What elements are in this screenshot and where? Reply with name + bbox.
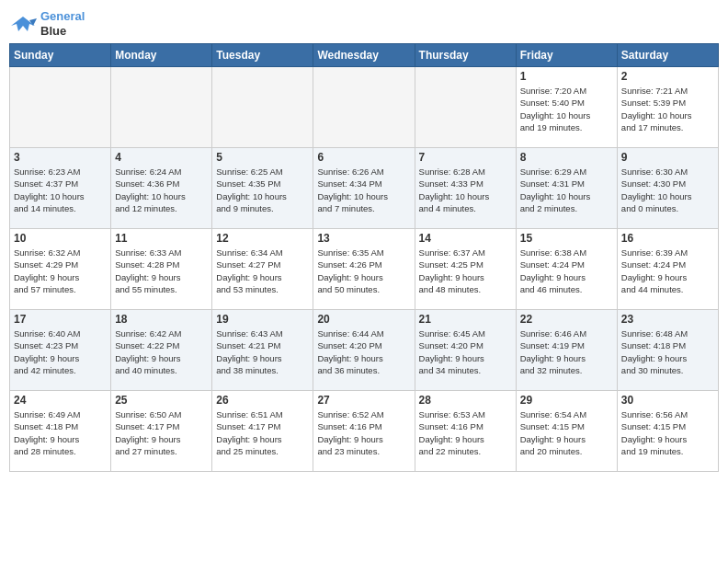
day-number: 13 (317, 232, 410, 245)
day-info: Sunrise: 6:52 AM Sunset: 4:16 PM Dayligh… (317, 408, 410, 457)
day-info: Sunrise: 6:46 AM Sunset: 4:19 PM Dayligh… (520, 327, 613, 376)
day-info: Sunrise: 6:29 AM Sunset: 4:31 PM Dayligh… (520, 166, 613, 214)
logo: General Blue (9, 9, 85, 38)
day-info: Sunrise: 7:21 AM Sunset: 5:39 PM Dayligh… (621, 85, 714, 133)
calendar-day-cell: 7Sunrise: 6:28 AM Sunset: 4:33 PM Daylig… (415, 148, 516, 229)
day-number: 25 (115, 394, 208, 407)
day-number: 1 (520, 70, 613, 83)
day-info: Sunrise: 6:28 AM Sunset: 4:33 PM Dayligh… (419, 166, 512, 214)
day-info: Sunrise: 6:37 AM Sunset: 4:25 PM Dayligh… (419, 247, 512, 295)
day-info: Sunrise: 6:49 AM Sunset: 4:18 PM Dayligh… (14, 408, 107, 457)
calendar-week-row: 3Sunrise: 6:23 AM Sunset: 4:37 PM Daylig… (10, 148, 719, 229)
calendar-day-cell: 23Sunrise: 6:48 AM Sunset: 4:18 PM Dayli… (617, 310, 718, 391)
calendar-day-cell: 19Sunrise: 6:43 AM Sunset: 4:21 PM Dayli… (212, 310, 313, 391)
day-number: 21 (419, 313, 512, 326)
day-of-week-header: Thursday (415, 44, 516, 67)
calendar-day-cell (415, 67, 516, 148)
day-of-week-header: Tuesday (212, 44, 313, 67)
day-info: Sunrise: 6:40 AM Sunset: 4:23 PM Dayligh… (14, 327, 107, 376)
calendar-day-cell: 5Sunrise: 6:25 AM Sunset: 4:35 PM Daylig… (212, 148, 313, 229)
day-number: 24 (14, 394, 107, 407)
calendar-day-cell: 11Sunrise: 6:33 AM Sunset: 4:28 PM Dayli… (111, 229, 212, 310)
day-number: 16 (621, 232, 714, 245)
calendar-day-cell: 17Sunrise: 6:40 AM Sunset: 4:23 PM Dayli… (10, 310, 111, 391)
calendar-day-cell: 3Sunrise: 6:23 AM Sunset: 4:37 PM Daylig… (10, 148, 111, 229)
calendar-week-row: 24Sunrise: 6:49 AM Sunset: 4:18 PM Dayli… (10, 391, 719, 472)
svg-marker-1 (29, 18, 37, 26)
calendar-week-row: 10Sunrise: 6:32 AM Sunset: 4:29 PM Dayli… (10, 229, 719, 310)
calendar-day-cell: 21Sunrise: 6:45 AM Sunset: 4:20 PM Dayli… (415, 310, 516, 391)
calendar-day-cell: 13Sunrise: 6:35 AM Sunset: 4:26 PM Dayli… (313, 229, 415, 310)
day-info: Sunrise: 6:33 AM Sunset: 4:28 PM Dayligh… (115, 247, 208, 295)
day-number: 9 (621, 151, 714, 164)
calendar-day-cell (10, 67, 111, 148)
calendar-week-row: 17Sunrise: 6:40 AM Sunset: 4:23 PM Dayli… (10, 310, 719, 391)
day-info: Sunrise: 6:45 AM Sunset: 4:20 PM Dayligh… (419, 327, 512, 376)
day-number: 27 (317, 394, 410, 407)
calendar-day-cell: 2Sunrise: 7:21 AM Sunset: 5:39 PM Daylig… (617, 67, 718, 148)
day-number: 2 (621, 70, 714, 83)
calendar-day-cell: 16Sunrise: 6:39 AM Sunset: 4:24 PM Dayli… (617, 229, 718, 310)
day-number: 28 (419, 394, 512, 407)
day-number: 8 (520, 151, 613, 164)
calendar-day-cell: 9Sunrise: 6:30 AM Sunset: 4:30 PM Daylig… (617, 148, 718, 229)
day-info: Sunrise: 6:54 AM Sunset: 4:15 PM Dayligh… (520, 408, 613, 457)
calendar-day-cell: 22Sunrise: 6:46 AM Sunset: 4:19 PM Dayli… (516, 310, 617, 391)
calendar-day-cell: 15Sunrise: 6:38 AM Sunset: 4:24 PM Dayli… (516, 229, 617, 310)
day-number: 22 (520, 313, 613, 326)
day-number: 10 (14, 232, 107, 245)
day-number: 15 (520, 232, 613, 245)
page-header: General Blue (9, 9, 719, 38)
calendar-day-cell: 29Sunrise: 6:54 AM Sunset: 4:15 PM Dayli… (516, 391, 617, 472)
calendar-day-cell: 1Sunrise: 7:20 AM Sunset: 5:40 PM Daylig… (516, 67, 617, 148)
day-number: 17 (14, 313, 107, 326)
day-number: 23 (621, 313, 714, 326)
day-info: Sunrise: 6:56 AM Sunset: 4:15 PM Dayligh… (621, 408, 714, 457)
day-info: Sunrise: 6:23 AM Sunset: 4:37 PM Dayligh… (14, 166, 107, 214)
calendar-header-row: SundayMondayTuesdayWednesdayThursdayFrid… (10, 44, 719, 67)
calendar-day-cell (212, 67, 313, 148)
day-number: 19 (216, 313, 309, 326)
day-info: Sunrise: 6:38 AM Sunset: 4:24 PM Dayligh… (520, 247, 613, 295)
calendar-day-cell: 28Sunrise: 6:53 AM Sunset: 4:16 PM Dayli… (415, 391, 516, 472)
calendar-day-cell: 26Sunrise: 6:51 AM Sunset: 4:17 PM Dayli… (212, 391, 313, 472)
day-info: Sunrise: 6:24 AM Sunset: 4:36 PM Dayligh… (115, 166, 208, 214)
calendar-week-row: 1Sunrise: 7:20 AM Sunset: 5:40 PM Daylig… (10, 67, 719, 148)
calendar-day-cell: 18Sunrise: 6:42 AM Sunset: 4:22 PM Dayli… (111, 310, 212, 391)
day-of-week-header: Friday (516, 44, 617, 67)
calendar-day-cell: 6Sunrise: 6:26 AM Sunset: 4:34 PM Daylig… (313, 148, 415, 229)
calendar-day-cell: 14Sunrise: 6:37 AM Sunset: 4:25 PM Dayli… (415, 229, 516, 310)
day-number: 14 (419, 232, 512, 245)
calendar-day-cell: 24Sunrise: 6:49 AM Sunset: 4:18 PM Dayli… (10, 391, 111, 472)
day-number: 6 (317, 151, 410, 164)
day-info: Sunrise: 6:51 AM Sunset: 4:17 PM Dayligh… (216, 408, 309, 457)
calendar-day-cell: 27Sunrise: 6:52 AM Sunset: 4:16 PM Dayli… (313, 391, 415, 472)
day-number: 11 (115, 232, 208, 245)
calendar-table: SundayMondayTuesdayWednesdayThursdayFrid… (9, 43, 719, 472)
day-number: 26 (216, 394, 309, 407)
day-number: 3 (14, 151, 107, 164)
day-of-week-header: Monday (111, 44, 212, 67)
calendar-day-cell: 12Sunrise: 6:34 AM Sunset: 4:27 PM Dayli… (212, 229, 313, 310)
calendar-day-cell: 30Sunrise: 6:56 AM Sunset: 4:15 PM Dayli… (617, 391, 718, 472)
calendar-day-cell: 25Sunrise: 6:50 AM Sunset: 4:17 PM Dayli… (111, 391, 212, 472)
day-number: 4 (115, 151, 208, 164)
day-info: Sunrise: 6:25 AM Sunset: 4:35 PM Dayligh… (216, 166, 309, 214)
logo-text: General Blue (40, 9, 85, 38)
day-number: 30 (621, 394, 714, 407)
day-number: 20 (317, 313, 410, 326)
day-info: Sunrise: 6:43 AM Sunset: 4:21 PM Dayligh… (216, 327, 309, 376)
svg-marker-0 (11, 17, 35, 31)
day-info: Sunrise: 6:32 AM Sunset: 4:29 PM Dayligh… (14, 247, 107, 295)
day-info: Sunrise: 6:42 AM Sunset: 4:22 PM Dayligh… (115, 327, 208, 376)
day-info: Sunrise: 7:20 AM Sunset: 5:40 PM Dayligh… (520, 85, 613, 133)
calendar-day-cell: 10Sunrise: 6:32 AM Sunset: 4:29 PM Dayli… (10, 229, 111, 310)
day-info: Sunrise: 6:26 AM Sunset: 4:34 PM Dayligh… (317, 166, 410, 214)
day-info: Sunrise: 6:50 AM Sunset: 4:17 PM Dayligh… (115, 408, 208, 457)
day-info: Sunrise: 6:30 AM Sunset: 4:30 PM Dayligh… (621, 166, 714, 214)
day-info: Sunrise: 6:39 AM Sunset: 4:24 PM Dayligh… (621, 247, 714, 295)
day-number: 29 (520, 394, 613, 407)
calendar-day-cell (111, 67, 212, 148)
day-info: Sunrise: 6:44 AM Sunset: 4:20 PM Dayligh… (317, 327, 410, 376)
calendar-day-cell: 8Sunrise: 6:29 AM Sunset: 4:31 PM Daylig… (516, 148, 617, 229)
